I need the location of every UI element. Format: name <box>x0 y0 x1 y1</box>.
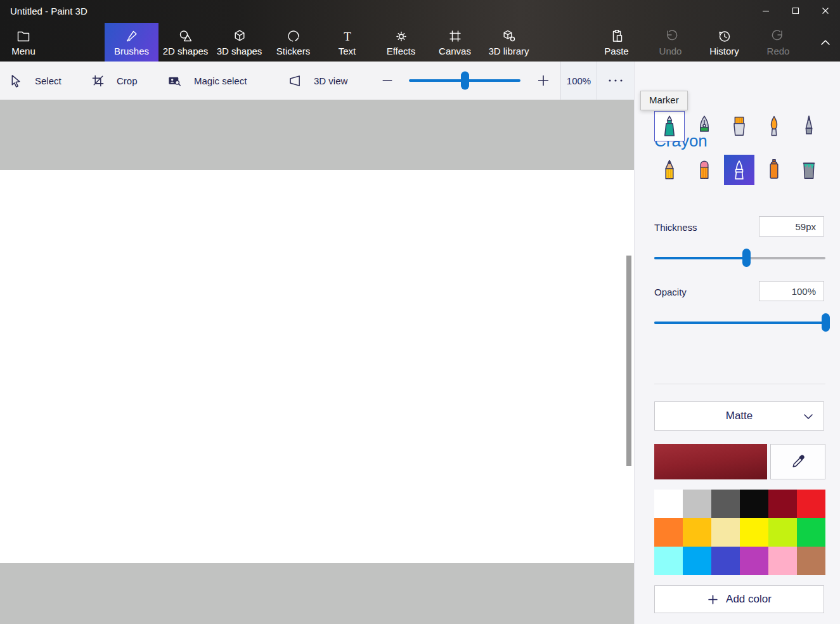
svg-text:T: T <box>344 30 351 43</box>
palette-swatch[interactable] <box>654 490 683 518</box>
palette-swatch[interactable] <box>654 547 683 575</box>
zoom-out-icon <box>380 74 394 88</box>
opacity-slider-thumb[interactable] <box>822 313 830 332</box>
brush-pencil[interactable] <box>654 155 685 185</box>
drawing-canvas[interactable] <box>0 170 634 563</box>
brush-marker[interactable] <box>654 111 685 141</box>
eyedropper-icon <box>790 453 806 470</box>
zoom-out-button[interactable] <box>378 62 397 100</box>
brush-pixel-pen[interactable] <box>794 111 824 141</box>
material-dropdown[interactable]: Matte <box>654 401 824 431</box>
brush-watercolor[interactable] <box>759 111 789 141</box>
zoom-slider-thumb[interactable] <box>461 72 469 90</box>
crayon-icon <box>727 157 752 183</box>
more-options-button[interactable] <box>597 62 634 100</box>
tab-3d-shapes[interactable]: 3D shapes <box>212 23 266 62</box>
plus-icon <box>707 594 719 606</box>
magic-select-icon <box>167 74 183 88</box>
paste-label: Paste <box>604 46 628 56</box>
palette-swatch[interactable] <box>797 547 825 575</box>
palette-swatch[interactable] <box>768 547 797 575</box>
brush-eraser[interactable] <box>689 155 720 185</box>
menu-button[interactable]: Menu <box>4 23 43 62</box>
library-3d-icon <box>501 29 517 44</box>
history-button[interactable]: History <box>697 23 751 62</box>
select-button[interactable]: Select <box>9 62 61 100</box>
redo-button[interactable]: Redo <box>751 23 805 62</box>
redo-icon <box>771 29 786 44</box>
zoom-level-value: 100% <box>567 75 591 86</box>
brush-spray-can[interactable] <box>759 155 789 185</box>
palette-swatch[interactable] <box>740 547 768 575</box>
palette-swatch[interactable] <box>740 490 768 518</box>
palette-swatch[interactable] <box>683 518 711 547</box>
crop-icon <box>91 74 105 88</box>
zoom-in-button[interactable] <box>534 62 553 100</box>
palette-swatch[interactable] <box>683 490 711 518</box>
collapse-ribbon-button[interactable] <box>811 23 840 62</box>
crop-button[interactable]: Crop <box>91 62 138 100</box>
thickness-input[interactable]: 59px <box>759 216 824 237</box>
ribbon: Menu Brushes 2D shapes 3D shapes Sticker… <box>0 23 840 62</box>
magic-select-button[interactable]: Magic select <box>167 62 247 100</box>
shapes-3d-icon <box>232 29 247 44</box>
palette-swatch[interactable] <box>740 518 768 547</box>
tab-2d-shapes[interactable]: 2D shapes <box>158 23 212 62</box>
history-label: History <box>709 46 739 56</box>
close-button[interactable] <box>810 0 840 21</box>
history-icon <box>717 29 732 44</box>
brushes-panel: Crayon Marker <box>634 62 840 624</box>
window-title: Untitled - Paint 3D <box>0 0 87 16</box>
palette-swatch[interactable] <box>683 547 711 575</box>
palette-swatch[interactable] <box>797 490 825 518</box>
palette-swatch[interactable] <box>711 547 740 575</box>
zoom-slider[interactable] <box>409 62 520 100</box>
brush-oil-brush[interactable] <box>724 111 754 141</box>
brush-calligraphy-pen[interactable] <box>689 111 720 141</box>
tab-3d-library[interactable]: 3D library <box>482 23 536 62</box>
palette-swatch[interactable] <box>711 490 740 518</box>
select-label: Select <box>35 75 61 86</box>
ribbon-area: Untitled - Paint 3D Menu Brushes <box>0 0 840 62</box>
palette-swatch[interactable] <box>797 518 825 547</box>
tab-canvas[interactable]: Canvas <box>428 23 482 62</box>
watercolor-icon <box>761 113 787 140</box>
opacity-slider[interactable] <box>654 313 825 332</box>
palette-swatch[interactable] <box>654 518 683 547</box>
tab-stickers[interactable]: Stickers <box>266 23 320 62</box>
palette-swatch[interactable] <box>768 490 797 518</box>
stickers-icon <box>286 29 301 44</box>
paste-button[interactable]: Paste <box>590 23 643 62</box>
maximize-button[interactable] <box>780 0 810 21</box>
tab-label: Canvas <box>439 46 471 56</box>
tab-label: Effects <box>387 46 416 56</box>
palette-swatch[interactable] <box>711 518 740 547</box>
opacity-input[interactable]: 100% <box>759 281 824 301</box>
redo-label: Redo <box>767 46 790 56</box>
brush-fill[interactable] <box>794 155 824 185</box>
current-color-swatch[interactable] <box>654 444 767 479</box>
brush-crayon[interactable] <box>724 155 754 185</box>
add-color-button[interactable]: Add color <box>654 585 824 613</box>
canvas-icon <box>448 29 463 44</box>
undo-button[interactable]: Undo <box>643 23 697 62</box>
tab-label: 2D shapes <box>163 46 209 56</box>
tab-effects[interactable]: Effects <box>374 23 428 62</box>
window-controls <box>751 0 840 21</box>
eraser-icon <box>692 157 717 183</box>
eyedropper-button[interactable] <box>770 444 825 479</box>
thickness-slider-thumb[interactable] <box>742 249 751 267</box>
minimize-button[interactable] <box>751 0 780 21</box>
thickness-slider[interactable] <box>654 249 825 267</box>
thickness-slider-fill <box>654 257 747 259</box>
opacity-slider-fill <box>654 322 825 324</box>
palette-swatch[interactable] <box>768 518 797 547</box>
opacity-label: Opacity <box>654 287 687 297</box>
view-3d-button[interactable]: 3D view <box>287 62 347 100</box>
shapes-2d-icon <box>178 29 193 44</box>
tab-brushes[interactable]: Brushes <box>105 23 158 62</box>
spray-can-icon <box>761 157 787 183</box>
vertical-scrollbar[interactable] <box>626 256 631 466</box>
tab-text[interactable]: T Text <box>320 23 374 62</box>
zoom-level-button[interactable]: 100% <box>560 62 597 100</box>
